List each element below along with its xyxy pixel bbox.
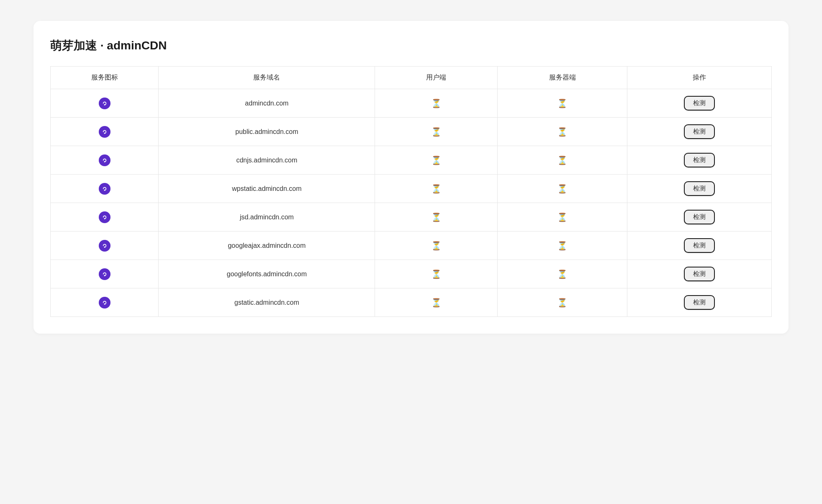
service-icon-cell bbox=[51, 260, 159, 288]
detect-button[interactable]: 检测 bbox=[684, 181, 715, 196]
domain-cell: gstatic.admincdn.com bbox=[159, 288, 375, 317]
hourglass-icon: ⏳ bbox=[557, 270, 568, 279]
hourglass-icon: ⏳ bbox=[431, 184, 442, 193]
table-row: public.admincdn.com⏳⏳检测 bbox=[51, 118, 772, 146]
hourglass-icon: ⏳ bbox=[557, 213, 568, 222]
table-header-row: 服务图标 服务域名 用户端 服务器端 操作 bbox=[51, 67, 772, 89]
table-row: googlefonts.admincdn.com⏳⏳检测 bbox=[51, 260, 772, 288]
client-status-cell: ⏳ bbox=[375, 231, 498, 260]
svg-point-4 bbox=[104, 218, 105, 219]
service-icon-cell bbox=[51, 175, 159, 203]
svg-point-1 bbox=[104, 133, 105, 133]
service-logo-icon bbox=[99, 126, 110, 138]
service-logo-icon bbox=[99, 183, 110, 195]
domain-cell: public.admincdn.com bbox=[159, 118, 375, 146]
detect-button[interactable]: 检测 bbox=[684, 210, 715, 224]
server-status-cell: ⏳ bbox=[498, 260, 627, 288]
domain-cell: jsd.admincdn.com bbox=[159, 203, 375, 231]
server-status-cell: ⏳ bbox=[498, 118, 627, 146]
table-row: jsd.admincdn.com⏳⏳检测 bbox=[51, 203, 772, 231]
action-cell: 检测 bbox=[627, 231, 772, 260]
service-logo-icon bbox=[99, 98, 110, 109]
client-status-cell: ⏳ bbox=[375, 260, 498, 288]
hourglass-icon: ⏳ bbox=[557, 156, 568, 165]
client-status-cell: ⏳ bbox=[375, 175, 498, 203]
hourglass-icon: ⏳ bbox=[557, 127, 568, 136]
hourglass-icon: ⏳ bbox=[557, 298, 568, 307]
service-logo-icon bbox=[99, 297, 110, 309]
table-row: admincdn.com⏳⏳检测 bbox=[51, 89, 772, 118]
svg-point-5 bbox=[104, 247, 105, 247]
hourglass-icon: ⏳ bbox=[431, 298, 442, 307]
service-logo-icon bbox=[99, 211, 110, 223]
domain-cell: cdnjs.admincdn.com bbox=[159, 146, 375, 175]
action-cell: 检测 bbox=[627, 146, 772, 175]
service-icon-cell bbox=[51, 118, 159, 146]
action-cell: 检测 bbox=[627, 288, 772, 317]
service-table: 服务图标 服务域名 用户端 服务器端 操作 admincdn.com⏳⏳检测pu… bbox=[50, 66, 772, 317]
hourglass-icon: ⏳ bbox=[431, 213, 442, 222]
server-status-cell: ⏳ bbox=[498, 146, 627, 175]
hourglass-icon: ⏳ bbox=[431, 270, 442, 279]
svg-point-3 bbox=[104, 190, 105, 190]
server-status-cell: ⏳ bbox=[498, 288, 627, 317]
hourglass-icon: ⏳ bbox=[431, 156, 442, 165]
table-row: googleajax.admincdn.com⏳⏳检测 bbox=[51, 231, 772, 260]
table-row: cdnjs.admincdn.com⏳⏳检测 bbox=[51, 146, 772, 175]
svg-point-2 bbox=[104, 161, 105, 162]
detect-button[interactable]: 检测 bbox=[684, 96, 715, 111]
service-logo-icon bbox=[99, 240, 110, 252]
server-status-cell: ⏳ bbox=[498, 89, 627, 118]
svg-point-0 bbox=[104, 104, 105, 105]
hourglass-icon: ⏳ bbox=[557, 99, 568, 108]
detect-button[interactable]: 检测 bbox=[684, 238, 715, 253]
service-icon-cell bbox=[51, 288, 159, 317]
client-status-cell: ⏳ bbox=[375, 89, 498, 118]
service-icon-cell bbox=[51, 89, 159, 118]
header-domain: 服务域名 bbox=[159, 67, 375, 89]
client-status-cell: ⏳ bbox=[375, 288, 498, 317]
server-status-cell: ⏳ bbox=[498, 203, 627, 231]
svg-point-7 bbox=[104, 303, 105, 304]
svg-point-6 bbox=[104, 275, 105, 275]
action-cell: 检测 bbox=[627, 175, 772, 203]
client-status-cell: ⏳ bbox=[375, 146, 498, 175]
header-client: 用户端 bbox=[375, 67, 498, 89]
header-icon: 服务图标 bbox=[51, 67, 159, 89]
server-status-cell: ⏳ bbox=[498, 175, 627, 203]
table-row: gstatic.admincdn.com⏳⏳检测 bbox=[51, 288, 772, 317]
header-action: 操作 bbox=[627, 67, 772, 89]
hourglass-icon: ⏳ bbox=[557, 184, 568, 193]
hourglass-icon: ⏳ bbox=[557, 241, 568, 250]
service-icon-cell bbox=[51, 146, 159, 175]
table-row: wpstatic.admincdn.com⏳⏳检测 bbox=[51, 175, 772, 203]
detect-button[interactable]: 检测 bbox=[684, 153, 715, 167]
domain-cell: googlefonts.admincdn.com bbox=[159, 260, 375, 288]
client-status-cell: ⏳ bbox=[375, 118, 498, 146]
detect-button[interactable]: 检测 bbox=[684, 295, 715, 310]
detect-button[interactable]: 检测 bbox=[684, 267, 715, 281]
domain-cell: googleajax.admincdn.com bbox=[159, 231, 375, 260]
action-cell: 检测 bbox=[627, 118, 772, 146]
detect-button[interactable]: 检测 bbox=[684, 124, 715, 139]
service-logo-icon bbox=[99, 154, 110, 166]
client-status-cell: ⏳ bbox=[375, 203, 498, 231]
page-title: 萌芽加速 · adminCDN bbox=[50, 38, 772, 54]
header-server: 服务器端 bbox=[498, 67, 627, 89]
service-icon-cell bbox=[51, 203, 159, 231]
hourglass-icon: ⏳ bbox=[431, 99, 442, 108]
domain-cell: wpstatic.admincdn.com bbox=[159, 175, 375, 203]
hourglass-icon: ⏳ bbox=[431, 241, 442, 250]
domain-cell: admincdn.com bbox=[159, 89, 375, 118]
action-cell: 检测 bbox=[627, 260, 772, 288]
action-cell: 检测 bbox=[627, 89, 772, 118]
action-cell: 检测 bbox=[627, 203, 772, 231]
service-logo-icon bbox=[99, 268, 110, 280]
server-status-cell: ⏳ bbox=[498, 231, 627, 260]
main-card: 萌芽加速 · adminCDN 服务图标 服务域名 用户端 服务器端 操作 ad… bbox=[33, 21, 789, 334]
hourglass-icon: ⏳ bbox=[431, 127, 442, 136]
service-icon-cell bbox=[51, 231, 159, 260]
